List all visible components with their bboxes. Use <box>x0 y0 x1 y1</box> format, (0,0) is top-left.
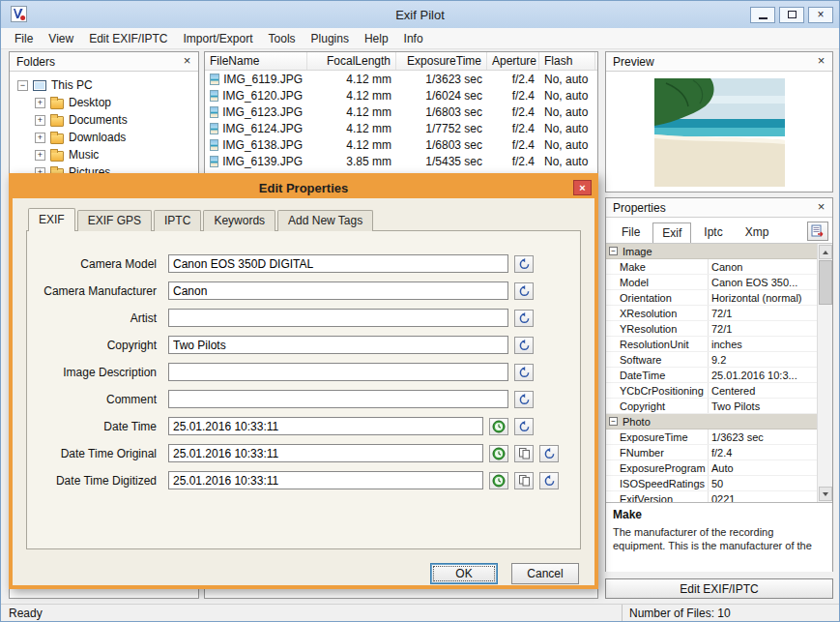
tree-item-downloads[interactable]: +Downloads <box>12 129 196 146</box>
properties-tab-file[interactable]: File <box>612 222 650 243</box>
comment-input[interactable] <box>168 390 508 408</box>
column-header-focallength[interactable]: FocalLength <box>307 52 396 70</box>
property-row[interactable]: YResolution72/1 <box>606 321 817 337</box>
file-row[interactable]: IMG_6123.JPG4.12 mm1/6803 secf/2.4No, au… <box>205 104 597 120</box>
maximize-button[interactable] <box>779 7 804 23</box>
properties-tab-exif[interactable]: Exif <box>652 222 691 244</box>
menu-item-file[interactable]: File <box>7 29 41 48</box>
file-cell-exposuretime: 1/5435 sec <box>396 155 487 168</box>
file-row[interactable]: IMG_6119.JPG4.12 mm1/3623 secf/2.4No, au… <box>205 71 597 87</box>
properties-tab-xmp[interactable]: Xmp <box>736 222 779 243</box>
undo-button[interactable] <box>514 337 534 354</box>
property-row[interactable]: ModelCanon EOS 350... <box>606 275 817 290</box>
menu-item-edit-exif-iptc[interactable]: Edit EXIF/IPTC <box>81 29 175 48</box>
folders-close-icon[interactable]: × <box>179 53 195 70</box>
property-group-image[interactable]: −Image <box>606 244 817 259</box>
copyright-input[interactable] <box>168 336 508 354</box>
copy-button[interactable] <box>514 472 534 489</box>
minimize-button[interactable] <box>750 7 775 23</box>
close-window-button[interactable]: × <box>808 7 833 23</box>
undo-button[interactable] <box>514 255 534 273</box>
preview-close-icon[interactable]: × <box>813 53 829 70</box>
tree-item-this-pc[interactable]: − This PC <box>12 76 196 94</box>
property-row[interactable]: ExposureTime1/3623 sec <box>606 429 817 445</box>
tree-item-desktop[interactable]: +Desktop <box>12 94 196 111</box>
dialog-tab-add-new-tags[interactable]: Add New Tags <box>277 210 373 231</box>
property-row[interactable]: Software9.2 <box>606 352 817 368</box>
tree-item-music[interactable]: +Music <box>12 146 196 163</box>
folders-panel-header: Folders × <box>10 52 198 72</box>
menu-item-plugins[interactable]: Plugins <box>304 29 357 48</box>
undo-button[interactable] <box>539 472 559 489</box>
menu-item-view[interactable]: View <box>41 29 81 48</box>
clock-button[interactable] <box>489 418 508 435</box>
expand-icon[interactable]: + <box>35 133 45 143</box>
property-row[interactable]: ExposureProgramAuto <box>606 460 817 476</box>
expand-icon[interactable]: + <box>35 115 45 126</box>
column-header-flash[interactable]: Flash <box>539 52 595 70</box>
properties-close-icon[interactable]: × <box>813 199 829 216</box>
dialog-tab-exif[interactable]: EXIF <box>28 208 75 231</box>
file-row[interactable]: IMG_6120.JPG4.12 mm1/6024 secf/2.4No, au… <box>205 87 597 104</box>
property-row[interactable]: OrientationHorizontal (normal) <box>606 290 817 306</box>
arrow-down-icon <box>823 492 828 496</box>
dialog-close-button[interactable]: × <box>573 180 592 195</box>
date-time-input[interactable] <box>168 417 483 435</box>
dialog-tab-exif-gps[interactable]: EXIF GPS <box>77 210 152 231</box>
file-row[interactable]: IMG_6138.JPG4.12 mm1/6803 secf/2.4No, au… <box>205 136 597 153</box>
undo-button[interactable] <box>514 418 534 435</box>
file-row[interactable]: IMG_6139.JPG3.85 mm1/5435 secf/2.4No, au… <box>205 153 597 169</box>
undo-button[interactable] <box>514 310 534 327</box>
undo-button[interactable] <box>514 391 534 408</box>
clock-button[interactable] <box>489 445 508 462</box>
edit-exif-iptc-button[interactable]: Edit EXIF/IPTC <box>605 578 833 599</box>
scroll-up-button[interactable] <box>819 245 832 259</box>
image-description-input[interactable] <box>168 363 508 381</box>
expand-icon[interactable]: + <box>35 98 45 108</box>
date-time-digitized-input[interactable] <box>168 471 483 489</box>
ok-button[interactable]: OK <box>430 563 498 584</box>
collapse-icon[interactable]: − <box>17 80 28 91</box>
menu-item-help[interactable]: Help <box>357 29 396 48</box>
property-row[interactable]: FNumberf/2.4 <box>606 445 817 460</box>
menu-item-import-export[interactable]: Import/Export <box>176 29 261 48</box>
collapse-icon[interactable]: − <box>609 417 618 426</box>
property-row[interactable]: DateTime25.01.2016 10:3... <box>606 368 817 383</box>
properties-tab-iptc[interactable]: Iptc <box>694 222 732 243</box>
menu-item-tools[interactable]: Tools <box>261 29 304 48</box>
column-header-exposuretime[interactable]: ExposureTime <box>396 52 487 70</box>
clock-button[interactable] <box>489 472 508 489</box>
property-row[interactable]: XResolution72/1 <box>606 306 817 321</box>
property-row[interactable]: MakeCanon <box>606 259 817 275</box>
property-row[interactable]: YCbCrPositioningCentered <box>606 383 817 399</box>
property-row[interactable]: ResolutionUnitinches <box>606 337 817 352</box>
collapse-icon[interactable]: − <box>609 247 618 255</box>
undo-button[interactable] <box>514 282 534 300</box>
date-time-original-input[interactable] <box>168 444 483 462</box>
file-cell-aperture: f/2.4 <box>487 105 539 119</box>
column-header-aperture[interactable]: Aperture <box>487 52 539 70</box>
property-row[interactable]: CopyrightTwo Pilots <box>606 399 817 414</box>
export-button[interactable] <box>807 222 828 241</box>
cancel-button[interactable]: Cancel <box>511 563 579 584</box>
scrollbar-thumb[interactable] <box>819 260 832 305</box>
file-row[interactable]: IMG_6124.JPG4.12 mm1/7752 secf/2.4No, au… <box>205 120 597 136</box>
tree-item-documents[interactable]: +Documents <box>12 111 196 129</box>
undo-button[interactable] <box>539 445 559 462</box>
menu-item-info[interactable]: Info <box>396 29 431 48</box>
property-group-photo[interactable]: −Photo <box>606 414 817 429</box>
property-row[interactable]: ExifVersion0221 <box>606 491 817 502</box>
property-row[interactable]: ISOSpeedRatings50 <box>606 476 817 491</box>
copy-button[interactable] <box>514 445 534 462</box>
column-header-filename[interactable]: FileName <box>205 52 307 70</box>
undo-button[interactable] <box>514 364 534 381</box>
scroll-down-button[interactable] <box>819 487 832 501</box>
artist-input[interactable] <box>168 309 508 327</box>
dialog-tab-iptc[interactable]: IPTC <box>154 210 201 231</box>
expand-icon[interactable]: + <box>35 150 45 161</box>
dialog-tab-keywords[interactable]: Keywords <box>203 210 275 231</box>
camera-manufacturer-input[interactable] <box>168 281 508 300</box>
properties-grid-container: −ImageMakeCanonModelCanon EOS 350...Orie… <box>606 243 832 502</box>
camera-model-input[interactable] <box>168 254 508 273</box>
properties-scrollbar[interactable] <box>817 244 832 502</box>
